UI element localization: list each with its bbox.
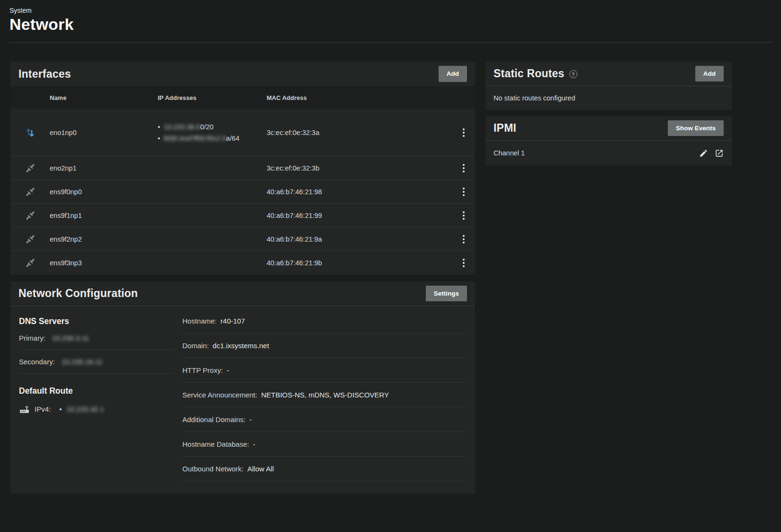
ipv4-label: IPv4: xyxy=(35,405,51,413)
network-config-title: Network Configuration xyxy=(18,287,138,300)
open-in-new-icon[interactable] xyxy=(715,149,724,158)
breadcrumb-system[interactable]: System xyxy=(9,7,772,14)
interface-name: eno2np1 xyxy=(50,164,158,172)
dns-secondary-label: Secondary: xyxy=(19,358,55,366)
redacted-dns-secondary: 10.230.16.11 xyxy=(62,358,102,366)
interface-up-down-arrows-icon xyxy=(10,126,50,139)
interface-row-ens9f1np1[interactable]: ens9f1np1 40:a6:b7:46:21:99 xyxy=(10,204,475,227)
interface-row-ens9f2np2[interactable]: ens9f2np2 40:a6:b7:46:21:9a xyxy=(10,227,475,251)
interface-name: eno1np0 xyxy=(50,129,158,136)
row-menu-kebab-icon[interactable] xyxy=(452,232,475,246)
row-menu-kebab-icon[interactable] xyxy=(452,185,475,199)
row-menu-kebab-icon[interactable] xyxy=(452,126,475,140)
interfaces-table-header: Name IP Addresses MAC Address xyxy=(10,86,475,109)
redacted-ip: fd30:3cef:ff00:f0c2:3 xyxy=(164,135,226,142)
network-config-list: Hostname: r40-107 Domain: dc1.ixsystems.… xyxy=(182,308,467,481)
dns-servers-block: DNS Servers Primary: 10.230.3.11 Seconda… xyxy=(19,308,182,481)
row-menu-kebab-icon[interactable] xyxy=(452,256,475,270)
config-row-hostname-database: Hostname Database: - xyxy=(182,432,467,457)
default-route-ipv4-row: IPv4: • 10.220.32.1 xyxy=(19,396,174,422)
column-header-ip: IP Addresses xyxy=(158,94,267,101)
config-row-domain: Domain: dc1.ixsystems.net xyxy=(182,334,467,358)
ipmi-title: IPMI xyxy=(494,122,516,135)
dns-primary-label: Primary: xyxy=(19,334,45,342)
interface-row-eno2np1[interactable]: eno2np1 3c:ec:ef:0e:32:3b xyxy=(10,156,475,180)
column-header-name: Name xyxy=(50,94,158,101)
ip-address-list: • 10.220.36.50/20 • fd30:3cef:ff00:f0c2:… xyxy=(158,117,267,148)
ipmi-show-events-button[interactable]: Show Events xyxy=(668,120,724,136)
page-header: System Network xyxy=(0,0,781,34)
static-routes-card: Static Routes ? Add No static routes con… xyxy=(485,62,732,110)
ip-address-item: • 10.220.36.50/20 xyxy=(158,121,255,133)
config-row-service-announcement: Service Announcement: NETBIOS-NS, mDNS, … xyxy=(182,383,467,407)
interface-link-off-icon xyxy=(10,233,50,245)
redacted-default-route: 10.220.32.1 xyxy=(66,405,104,413)
config-row-hostname: Hostname: r40-107 xyxy=(182,309,467,334)
row-menu-kebab-icon[interactable] xyxy=(452,208,475,223)
redacted-ip: 10.220.36.5 xyxy=(164,123,200,131)
ipmi-card: IPMI Show Events Channel 1 xyxy=(485,116,732,165)
network-config-settings-button[interactable]: Settings xyxy=(426,286,467,302)
interface-name: ens9f0np0 xyxy=(50,188,158,196)
interface-name: ens9f1np1 xyxy=(50,212,158,219)
interface-mac: 40:a6:b7:46:21:99 xyxy=(267,212,452,219)
interface-link-off-icon xyxy=(10,257,50,269)
column-header-mac: MAC Address xyxy=(267,94,452,101)
interface-row-ens9f0np0[interactable]: ens9f0np0 40:a6:b7:46:21:98 xyxy=(10,180,475,204)
page-title: Network xyxy=(9,15,772,34)
interface-row-ens9f3np3[interactable]: ens9f3np3 40:a6:b7:46:21:9b xyxy=(10,251,475,275)
interface-name: ens9f3np3 xyxy=(50,259,158,267)
interfaces-title: Interfaces xyxy=(18,68,71,81)
interfaces-add-button[interactable]: Add xyxy=(439,66,467,82)
interface-link-off-icon xyxy=(10,209,50,222)
interface-mac: 40:a6:b7:46:21:9a xyxy=(267,235,452,243)
interface-mac: 40:a6:b7:46:21:98 xyxy=(267,188,452,196)
config-row-additional-domains: Additional Domains: - xyxy=(182,407,467,432)
help-icon[interactable]: ? xyxy=(569,70,577,78)
header-divider xyxy=(9,42,772,43)
interface-link-off-icon xyxy=(10,162,50,174)
interface-mac: 3c:ec:ef:0e:32:3a xyxy=(267,129,452,136)
interface-link-off-icon xyxy=(10,186,50,198)
config-row-outbound-network: Outbound Network: Allow All xyxy=(182,457,467,481)
redacted-dns-primary: 10.230.3.11 xyxy=(52,334,89,342)
left-column: Interfaces Add Name IP Addresses MAC Add… xyxy=(10,62,475,494)
right-column: Static Routes ? Add No static routes con… xyxy=(485,62,732,165)
dns-servers-heading: DNS Servers xyxy=(19,316,174,326)
network-config-card: Network Configuration Settings DNS Serve… xyxy=(10,281,475,494)
default-route-heading: Default Route xyxy=(19,386,174,396)
dns-secondary-row: Secondary: 10.230.16.11 xyxy=(19,350,174,374)
interface-row-eno1np0[interactable]: eno1np0 • 10.220.36.50/20 • fd30:3cef:ff… xyxy=(10,109,475,156)
interface-name: ens9f2np2 xyxy=(50,235,158,243)
dns-primary-row: Primary: 10.230.3.11 xyxy=(19,326,174,350)
ip-address-item: • fd30:3cef:ff00:f0c2:3a/64 xyxy=(158,133,255,144)
static-routes-add-button[interactable]: Add xyxy=(695,66,724,82)
ipmi-channel-label: Channel 1 xyxy=(494,149,525,157)
static-routes-empty-text: No static routes configured xyxy=(494,94,575,102)
ipmi-channel-row: Channel 1 xyxy=(485,141,732,165)
interface-mac: 40:a6:b7:46:21:9b xyxy=(267,259,452,267)
row-menu-kebab-icon[interactable] xyxy=(452,161,475,175)
config-row-http-proxy: HTTP Proxy: - xyxy=(182,358,467,383)
router-icon xyxy=(19,404,30,415)
static-routes-title: Static Routes xyxy=(494,67,565,80)
edit-pencil-icon[interactable] xyxy=(699,149,708,158)
interface-mac: 3c:ec:ef:0e:32:3b xyxy=(267,164,452,172)
interfaces-card: Interfaces Add Name IP Addresses MAC Add… xyxy=(10,62,475,275)
static-routes-empty-row: No static routes configured xyxy=(485,86,732,110)
